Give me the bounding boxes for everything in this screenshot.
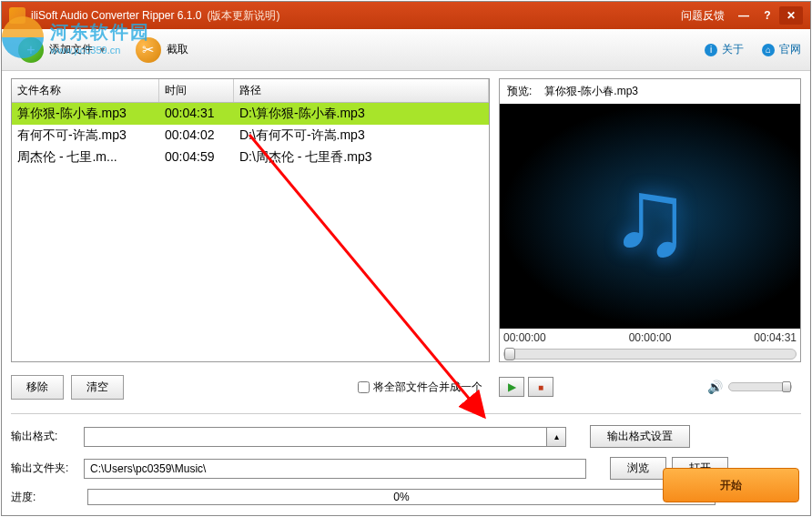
music-note-icon: ♫ (609, 154, 691, 279)
cell-name: 周杰伦 - 七里.m... (12, 147, 159, 168)
cell-time: 00:04:02 (159, 125, 234, 147)
stop-button[interactable]: ■ (528, 377, 553, 397)
website-link[interactable]: ⌂ 官网 (762, 42, 801, 57)
volume-slider[interactable] (728, 382, 792, 391)
cell-time: 00:04:59 (159, 147, 234, 168)
cell-path: D:\算你狠-陈小春.mp3 (234, 103, 489, 125)
volume-thumb[interactable] (782, 381, 791, 392)
version-note-link[interactable]: (版本更新说明) (207, 8, 279, 24)
preview-label: 预览: (507, 84, 532, 99)
table-header: 文件名称 时间 路径 (12, 79, 489, 103)
add-file-label: 添加文件 (49, 42, 93, 57)
seek-thumb[interactable] (504, 348, 515, 360)
progress-bar: 0% (87, 489, 716, 505)
volume-icon[interactable]: 🔊 (707, 380, 723, 394)
output-format-dropdown-button[interactable]: ▴ (546, 427, 566, 447)
output-format-label: 输出格式: (11, 429, 78, 444)
preview-filename: 算你狠-陈小春.mp3 (544, 84, 638, 99)
browse-button[interactable]: 浏览 (610, 457, 666, 480)
app-logo-icon (9, 7, 25, 24)
toolbar: + 添加文件 ▼ ✂ 截取 i 关于 ⌂ 官网 (2, 29, 810, 71)
info-icon: i (705, 44, 717, 56)
merge-checkbox[interactable] (358, 381, 370, 393)
home-icon: ⌂ (762, 44, 775, 56)
table-row[interactable]: 有何不可-许嵩.mp300:04:02D:\有何不可-许嵩.mp3 (12, 125, 489, 147)
preview-panel: 预览: 算你狠-陈小春.mp3 ♫ 00:00:00 00:00:00 00:0… (499, 78, 801, 362)
output-format-input[interactable] (84, 427, 546, 447)
preview-time-start: 00:00:00 (503, 331, 546, 344)
about-link[interactable]: i 关于 (705, 42, 744, 57)
add-file-button[interactable]: + 添加文件 ▼ (11, 34, 114, 66)
cell-time: 00:04:31 (159, 103, 234, 125)
table-row[interactable]: 算你狠-陈小春.mp300:04:31D:\算你狠-陈小春.mp3 (12, 103, 489, 125)
progress-label: 进度: (11, 490, 78, 505)
output-folder-label: 输出文件夹: (11, 461, 78, 476)
cut-button[interactable]: ✂ 截取 (128, 34, 196, 66)
output-folder-input[interactable] (84, 459, 586, 479)
help-button[interactable]: ? (756, 6, 779, 25)
play-button[interactable]: ▶ (499, 377, 524, 397)
scissors-icon: ✂ (136, 37, 161, 63)
cell-path: D:\有何不可-许嵩.mp3 (234, 125, 489, 147)
cell-path: D:\周杰伦 - 七里香.mp3 (234, 147, 489, 168)
plus-icon: + (18, 37, 44, 63)
divider (11, 413, 801, 414)
feedback-link[interactable]: 问题反馈 (674, 6, 732, 25)
cell-name: 有何不可-许嵩.mp3 (12, 125, 159, 147)
preview-time-end: 00:04:31 (754, 331, 797, 344)
output-format-settings-button[interactable]: 输出格式设置 (590, 425, 690, 448)
cell-name: 算你狠-陈小春.mp3 (12, 103, 159, 125)
preview-time-current: 00:00:00 (629, 331, 672, 344)
app-title: iliSoft Audio Converter Ripper 6.1.0 (31, 9, 201, 22)
preview-image: ♫ (500, 104, 800, 329)
cut-label: 截取 (167, 42, 188, 57)
minimize-button[interactable]: — (732, 6, 756, 25)
start-button[interactable]: 开始 (663, 468, 799, 502)
file-table[interactable]: 文件名称 时间 路径 算你狠-陈小春.mp300:04:31D:\算你狠-陈小春… (11, 78, 490, 362)
table-row[interactable]: 周杰伦 - 七里.m...00:04:59D:\周杰伦 - 七里香.mp3 (12, 147, 489, 168)
close-button[interactable]: ✕ (779, 6, 803, 25)
col-time-header[interactable]: 时间 (159, 79, 234, 102)
remove-button[interactable]: 移除 (11, 375, 64, 400)
titlebar: iliSoft Audio Converter Ripper 6.1.0 (版本… (2, 2, 810, 29)
col-name-header[interactable]: 文件名称 (12, 79, 159, 102)
dropdown-arrow-icon: ▼ (98, 46, 107, 55)
merge-label: 将全部文件合并成一个 (373, 380, 482, 395)
clear-button[interactable]: 清空 (71, 375, 124, 400)
seek-slider[interactable] (503, 349, 797, 360)
col-path-header[interactable]: 路径 (234, 79, 489, 102)
